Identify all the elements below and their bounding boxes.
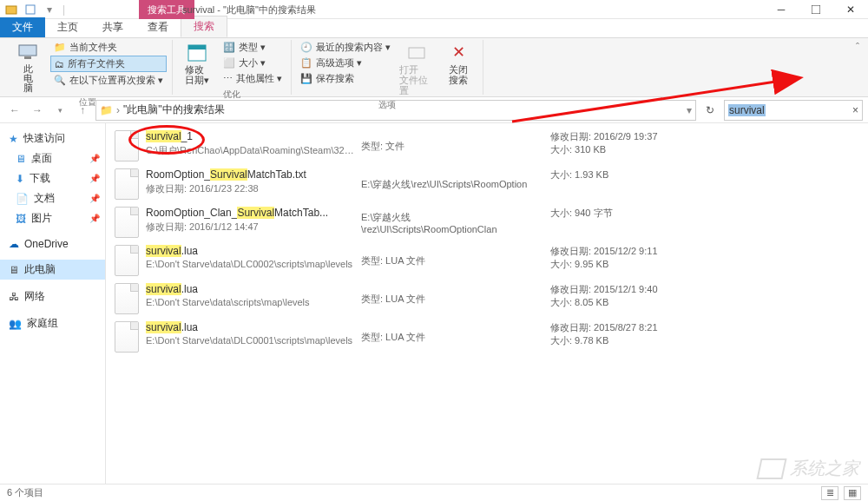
kind-option[interactable]: 🔠类型 ▾ <box>220 40 286 55</box>
pin-icon: 📌 <box>89 154 100 163</box>
minimize-button[interactable]: ─ <box>764 0 799 19</box>
advanced-options[interactable]: 📋高级选项 ▾ <box>297 56 394 70</box>
pin-icon: 📌 <box>89 194 100 203</box>
sidebar-desktop[interactable]: 🖥桌面📌 <box>0 148 105 168</box>
picture-icon: 🖼 <box>16 213 26 225</box>
computer-icon: 🖥 <box>9 264 19 276</box>
file-type: E:\穿越火线\rez\UI\Scripts\RoomOption <box>361 178 543 191</box>
sidebar-pictures[interactable]: 🖼图片📌 <box>0 208 105 228</box>
sidebar-network[interactable]: 🖧网络 <box>0 287 105 307</box>
pin-icon: 📌 <box>89 174 100 183</box>
computer-icon <box>17 42 38 63</box>
open-location-button[interactable]: 打开 文件位置 <box>398 40 436 97</box>
titlebar: ▾ | ─ ✕ <box>0 0 868 19</box>
file-name: RoomOption_Clan_SurvivalMatchTab... <box>146 207 354 219</box>
calendar-icon <box>187 42 207 63</box>
file-meta: 修改日期: 2015/12/2 9:11大小: 9.95 KB <box>550 245 658 271</box>
file-type: E:\穿越火线\rez\UI\Scripts\RoomOptionClan <box>361 211 543 234</box>
tab-view[interactable]: 查看 <box>135 17 181 37</box>
file-meta: 修改日期: 2016/2/9 19:37大小: 310 KB <box>550 130 658 156</box>
file-icon <box>115 130 139 162</box>
clear-search-icon[interactable]: × <box>852 104 858 116</box>
save-icon: 💾 <box>300 73 312 84</box>
close-button[interactable]: ✕ <box>833 0 868 19</box>
address-text: "此电脑"中的搜索结果 <box>123 102 225 117</box>
result-row[interactable]: survival.lua E:\Don't Starve\data\DLC000… <box>115 241 859 280</box>
icons-view-button[interactable]: ▦ <box>844 486 861 500</box>
result-row[interactable]: survival.lua E:\Don't Starve\data\script… <box>115 280 859 318</box>
file-path: 修改日期: 2016/1/23 22:38 <box>146 182 354 195</box>
result-row[interactable]: RoomOption_SurvivalMatchTab.txt 修改日期: 20… <box>115 165 859 203</box>
close-search-button[interactable]: ✕ 关闭 搜索 <box>439 40 477 87</box>
file-name: survival_1 <box>146 130 354 142</box>
item-count: 6 个项目 <box>7 486 43 499</box>
tab-share[interactable]: 共享 <box>90 17 135 37</box>
file-meta: 修改日期: 2015/8/27 8:21大小: 9.78 KB <box>550 321 658 347</box>
ribbon-tabs: 文件 主页 共享 查看 搜索 <box>0 19 868 38</box>
kind-icon: 🔠 <box>223 42 235 53</box>
tab-home[interactable]: 主页 <box>45 17 90 37</box>
sidebar-quick-access[interactable]: ★快速访问 <box>0 129 105 148</box>
onedrive-icon: ☁ <box>9 238 19 250</box>
sidebar-documents[interactable]: 📄文档📌 <box>0 188 105 208</box>
svg-rect-0 <box>6 6 16 14</box>
search-field[interactable]: survival × <box>724 100 863 121</box>
svg-rect-7 <box>409 48 424 58</box>
ribbon: 此 电 脑 📁当前文件夹 🗂所有子文件夹 🔍在以下位置再次搜索 ▾ 位置 修改 … <box>0 38 868 97</box>
other-props-option[interactable]: ⋯其他属性 ▾ <box>220 71 286 86</box>
open-location-icon <box>406 42 427 63</box>
size-icon: ⬜ <box>223 57 235 69</box>
file-name: RoomOption_SurvivalMatchTab.txt <box>146 168 354 181</box>
file-path: E:\Don't Starve\data\scripts\map\levels <box>146 297 354 307</box>
save-search-option[interactable]: 💾保存搜索 <box>297 71 394 86</box>
star-icon: ★ <box>9 133 18 145</box>
sidebar-downloads[interactable]: ⬇下载📌 <box>0 168 105 188</box>
date-modified-button[interactable]: 修改 日期▾ <box>178 40 216 87</box>
file-icon <box>115 168 139 200</box>
up-button[interactable]: ↑ <box>73 101 92 120</box>
this-pc-button[interactable]: 此 电 脑 <box>9 40 47 95</box>
recent-icon: 🕘 <box>300 42 312 53</box>
search-query: survival <box>728 104 766 116</box>
search-again-option[interactable]: 🔍在以下位置再次搜索 ▾ <box>50 73 167 88</box>
address-field[interactable]: 📁 › "此电脑"中的搜索结果 ▾ <box>95 100 696 121</box>
current-folder-option[interactable]: 📁当前文件夹 <box>50 40 167 55</box>
file-name: survival.lua <box>146 245 354 257</box>
details-view-button[interactable]: ≣ <box>821 486 838 500</box>
file-meta: 大小: 1.93 KB <box>550 168 608 181</box>
sidebar-this-pc[interactable]: 🖥此电脑 <box>0 260 105 280</box>
search-again-icon: 🔍 <box>54 75 66 86</box>
forward-button[interactable]: → <box>28 101 47 120</box>
file-path: E:\Don't Starve\data\DLC0002\scripts\map… <box>146 259 354 269</box>
homegroup-icon: 👥 <box>9 318 22 330</box>
svg-rect-2 <box>812 5 820 14</box>
recent-locations-icon[interactable]: ▾ <box>50 101 69 120</box>
file-type: 类型: LUA 文件 <box>361 331 543 344</box>
tab-file[interactable]: 文件 <box>0 17 45 37</box>
all-subfolders-option[interactable]: 🗂所有子文件夹 <box>50 56 167 72</box>
recent-searches-option[interactable]: 🕘最近的搜索内容 ▾ <box>297 40 394 55</box>
folder-icon: 📁 <box>54 42 66 53</box>
qa-dropdown-icon[interactable]: ▾ <box>43 3 56 16</box>
back-button[interactable]: ← <box>5 101 24 120</box>
maximize-button[interactable] <box>799 0 833 19</box>
download-icon: ⬇ <box>16 173 24 185</box>
collapse-ribbon-icon[interactable]: ˆ <box>851 40 865 56</box>
sidebar-onedrive[interactable]: ☁OneDrive <box>0 235 105 253</box>
file-icon <box>115 207 139 238</box>
file-meta: 修改日期: 2015/12/1 9:40大小: 8.05 KB <box>550 283 658 309</box>
result-row[interactable]: survival_1 C:\用户\RenChao\AppData\Roaming… <box>115 127 859 165</box>
nav-sidebar: ★快速访问 🖥桌面📌 ⬇下载📌 📄文档📌 🖼图片📌 ☁OneDrive 🖥此电脑… <box>0 123 106 484</box>
advanced-icon: 📋 <box>300 57 312 69</box>
pin-icon: 📌 <box>89 214 100 223</box>
result-row[interactable]: RoomOption_Clan_SurvivalMatchTab... 修改日期… <box>115 203 859 241</box>
size-option[interactable]: ⬜大小 ▾ <box>220 56 286 70</box>
qa-icon[interactable] <box>24 3 36 16</box>
refresh-button[interactable]: ↻ <box>700 104 720 116</box>
file-icon <box>115 245 139 276</box>
sidebar-homegroup[interactable]: 👥家庭组 <box>0 313 105 333</box>
result-row[interactable]: survival.lua E:\Don't Starve\data\DLC000… <box>115 318 859 356</box>
file-icon <box>115 321 139 353</box>
file-type: 类型: 文件 <box>361 140 543 153</box>
address-dropdown-icon[interactable]: ▾ <box>687 104 692 116</box>
